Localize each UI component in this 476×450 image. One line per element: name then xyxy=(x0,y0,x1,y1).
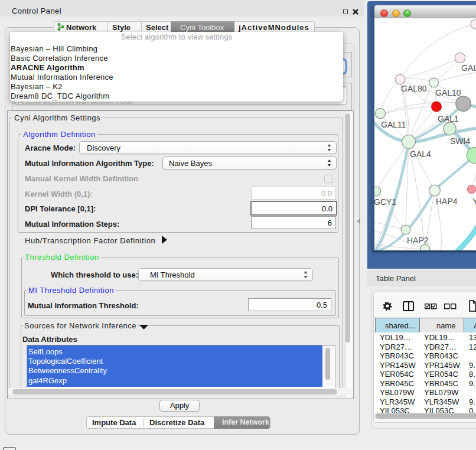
svg-text:GAL1: GAL1 xyxy=(438,114,459,123)
svg-text:HAP2: HAP2 xyxy=(407,236,429,245)
svg-text:GAL10: GAL10 xyxy=(435,88,461,97)
svg-text:GAL80: GAL80 xyxy=(401,84,427,93)
svg-text:Y: Y xyxy=(472,197,476,206)
svg-text:GCY1: GCY1 xyxy=(374,197,396,207)
svg-text:SWI4: SWI4 xyxy=(450,136,470,146)
svg-text:HAP4: HAP4 xyxy=(436,197,458,206)
svg-text:GAL4: GAL4 xyxy=(410,149,431,159)
svg-text:GAL7: GAL7 xyxy=(461,63,476,73)
svg-text:GAL11: GAL11 xyxy=(381,120,406,129)
